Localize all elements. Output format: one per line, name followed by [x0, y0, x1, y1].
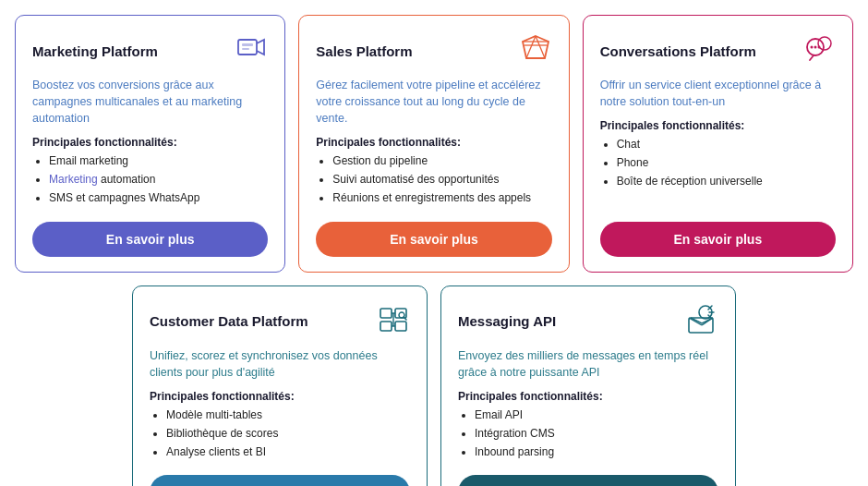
messaging-card-title: Messaging API: [458, 313, 556, 329]
cdp-card-desc: Unifiez, scorez et synchronisez vos donn…: [150, 347, 410, 381]
svg-rect-1: [242, 43, 253, 46]
list-item: Email API: [475, 407, 718, 423]
marketing-platform-card: Marketing Platform Boostez vos conversio…: [15, 15, 285, 273]
cdp-features-label: Principales fonctionnalités:: [150, 390, 410, 403]
sales-features-list: Gestion du pipeline Suivi automatisé des…: [316, 153, 551, 208]
cdp-card-title: Customer Data Platform: [150, 313, 308, 329]
messaging-features-list: Email API Intégration CMS Inbound parsin…: [458, 407, 718, 462]
cdp-card-header: Customer Data Platform: [150, 303, 410, 340]
list-item: Marketing automation: [49, 172, 268, 188]
conversations-card-title: Conversations Platform: [600, 43, 756, 59]
sales-features-label: Principales fonctionnalités:: [316, 136, 551, 149]
sales-card-title: Sales Platform: [316, 43, 412, 59]
sales-icon: [519, 32, 552, 69]
list-item: Intégration CMS: [475, 426, 718, 442]
sales-card-desc: Gérez facilement votre pipeline et accél…: [316, 77, 551, 127]
marketing-features-list: Email marketing Marketing automation SMS…: [32, 153, 268, 208]
marketing-icon: [235, 32, 268, 69]
messaging-card-desc: Envoyez des milliers de messages en temp…: [458, 347, 718, 381]
cdp-learn-more-button[interactable]: En savoir plus: [150, 475, 410, 486]
marketing-card-desc: Boostez vos conversions grâce aux campag…: [32, 77, 268, 127]
messaging-features-label: Principales fonctionnalités:: [458, 390, 718, 403]
svg-rect-16: [395, 322, 406, 331]
list-item: Réunions et enregistrements des appels: [332, 190, 551, 206]
conversations-features-label: Principales fonctionnalités:: [600, 119, 836, 132]
sales-learn-more-button[interactable]: En savoir plus: [316, 222, 551, 257]
conversations-icon: [802, 32, 836, 69]
messaging-icon: [685, 303, 718, 340]
cdp-features-list: Modèle multi-tables Bibliothèque de scor…: [150, 407, 410, 462]
svg-point-12: [817, 46, 820, 49]
list-item: Email marketing: [49, 153, 268, 169]
marketing-learn-more-button[interactable]: En savoir plus: [32, 222, 268, 257]
list-item: Inbound parsing: [475, 444, 718, 460]
list-item: Suivi automatisé des opportunités: [332, 172, 551, 188]
conversations-card-desc: Offrir un service client exceptionnel gr…: [600, 77, 836, 110]
cdp-card: Customer Data Platform Unifiez, scorez e…: [132, 286, 428, 486]
svg-rect-0: [238, 40, 257, 55]
list-item: Boîte de réception universelle: [617, 174, 836, 189]
svg-point-11: [814, 46, 816, 49]
svg-rect-2: [242, 48, 249, 50]
conversations-learn-more-button[interactable]: En savoir plus: [600, 222, 836, 257]
list-item: Bibliothèque de scores: [166, 426, 410, 442]
marketing-features-label: Principales fonctionnalités:: [32, 136, 268, 149]
svg-rect-13: [380, 309, 392, 318]
marketing-card-title: Marketing Platform: [32, 43, 158, 59]
messaging-learn-more-button[interactable]: En savoir plus: [458, 475, 718, 486]
list-item: SMS et campagnes WhatsApp: [49, 190, 268, 206]
list-item: Analyse clients et BI: [166, 444, 410, 460]
list-item: Modèle multi-tables: [166, 407, 410, 423]
list-item: Gestion du pipeline: [332, 153, 551, 169]
cdp-icon: [377, 303, 410, 340]
svg-marker-3: [523, 36, 549, 58]
conversations-card-header: Conversations Platform: [600, 32, 836, 69]
list-item: Chat: [617, 137, 836, 152]
svg-point-10: [810, 46, 813, 49]
conversations-platform-card: Conversations Platform Offrir un service…: [583, 15, 853, 273]
sales-card-header: Sales Platform: [316, 32, 551, 69]
messaging-card-header: Messaging API: [458, 303, 718, 340]
svg-rect-14: [380, 322, 392, 331]
messaging-card: Messaging API Envoyez des milliers de me…: [440, 286, 736, 486]
marketing-card-header: Marketing Platform: [32, 32, 268, 69]
conversations-features-list: Chat Phone Boîte de réception universell…: [600, 137, 836, 209]
svg-line-27: [689, 318, 702, 325]
sales-platform-card: Sales Platform Gérez facilement votre pi…: [298, 15, 569, 273]
list-item: Phone: [617, 155, 836, 171]
